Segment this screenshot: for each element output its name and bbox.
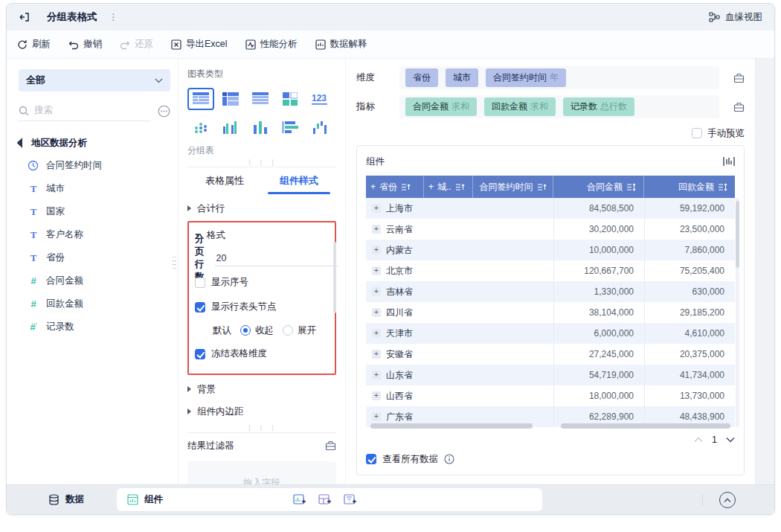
chart-type-waterfall-chart-icon[interactable] <box>306 116 333 138</box>
expand-plus-icon[interactable]: + <box>372 308 381 317</box>
cell-province[interactable]: +安徽省 <box>366 344 473 365</box>
expand-plus-icon[interactable]: + <box>372 371 381 379</box>
dimension-pill[interactable]: 城市 <box>446 68 478 87</box>
dataset-group[interactable]: 地区数据分析 <box>19 132 170 154</box>
manual-preview-checkbox[interactable]: 手动预览 <box>356 124 745 142</box>
show-index-checkbox[interactable]: 显示序号 <box>195 270 329 295</box>
horizontal-scrollbar[interactable] <box>561 423 730 429</box>
horizontal-scrollbar[interactable] <box>370 423 533 429</box>
col-contract[interactable]: 合同金额 <box>553 176 644 198</box>
chart-type-block-chart-icon[interactable] <box>277 88 303 110</box>
expand-plus-icon[interactable]: + <box>372 266 381 275</box>
title-more-icon[interactable]: ⋮ <box>109 12 119 22</box>
tab-table-properties[interactable]: 表格属性 <box>187 167 262 194</box>
field-item[interactable]: T国家 <box>19 200 170 223</box>
cell-province[interactable]: +吉林省 <box>366 281 473 302</box>
dimension-pill[interactable]: 合同签约时间年 <box>486 68 566 87</box>
vertical-scrollbar[interactable] <box>736 201 739 268</box>
field-item[interactable]: T省份 <box>19 246 170 269</box>
radio-expand[interactable]: 展开 <box>283 324 316 337</box>
chart-type-cross-table-icon[interactable] <box>217 88 244 110</box>
show-header-node-checkbox[interactable]: 显示行表头节点 <box>195 295 329 319</box>
freeze-dimension-checkbox[interactable]: 冻结表格维度 <box>195 342 329 366</box>
page-up-icon[interactable] <box>694 437 703 443</box>
expand-plus-icon[interactable]: + <box>372 287 381 296</box>
section-resize-handle[interactable]: ⋮ ⋮ ⋮ <box>187 160 336 165</box>
chart-type-group-table-icon[interactable] <box>187 88 214 110</box>
chart-type-kpi-card-icon[interactable]: 123 <box>306 88 333 110</box>
cell-province[interactable]: +内蒙古 <box>366 240 473 260</box>
dimension-tray[interactable]: 省份城市合同签约时间年 <box>399 66 719 89</box>
dimension-pill[interactable]: 省份 <box>405 68 438 87</box>
search-options-icon[interactable] <box>158 105 170 118</box>
briefcase-icon[interactable] <box>325 440 336 451</box>
add-filter-icon[interactable] <box>344 493 358 507</box>
page-rows-input[interactable] <box>215 251 338 266</box>
collapse-panel-button[interactable] <box>719 492 736 508</box>
cell-province[interactable]: +上海市 <box>366 198 473 219</box>
field-item[interactable]: T城市 <box>19 177 170 200</box>
section-resize-handle[interactable]: ⋮ ⋮ ⋮ <box>187 426 336 431</box>
chart-type-grouped-bar-icon[interactable] <box>217 116 244 138</box>
section-padding[interactable]: 组件内边距 <box>187 400 336 423</box>
toolbar-performance[interactable]: 性能分析 <box>245 38 298 51</box>
chart-type-hbar-chart-icon[interactable] <box>277 116 303 138</box>
measure-pill[interactable]: 记录数总行数 <box>563 97 634 116</box>
section-total-row[interactable]: 合计行 <box>187 197 336 219</box>
radio-collapse[interactable]: 收起 <box>240 324 274 337</box>
expand-plus-icon[interactable]: + <box>372 329 381 338</box>
toolbar-undo[interactable]: 撤销 <box>68 38 102 51</box>
expand-plus-icon[interactable]: + <box>372 225 381 234</box>
field-item[interactable]: #'记录数 <box>19 315 170 339</box>
cell-province[interactable]: +云南省 <box>366 219 473 240</box>
add-chart-icon[interactable] <box>293 493 307 507</box>
chart-type-column-chart-icon[interactable] <box>247 116 274 138</box>
cell-province[interactable]: +天津市 <box>366 323 473 344</box>
expand-plus-icon[interactable]: + <box>372 412 381 421</box>
table-row: +安徽省27,245,00020,375,000 <box>366 344 735 365</box>
col-province[interactable]: + 省份 <box>366 176 424 198</box>
expand-plus-icon[interactable]: + <box>372 246 381 254</box>
chart-type-grid: 123 <box>187 88 336 138</box>
lineage-view-button[interactable]: 血缘视图 <box>709 11 762 24</box>
measure-tray[interactable]: 合同金额求和回款金额求和记录数总行数 <box>399 95 719 118</box>
scope-select[interactable]: 全部 <box>19 69 170 92</box>
expand-plus-icon[interactable]: + <box>372 391 381 400</box>
section-background[interactable]: 背景 <box>187 378 336 400</box>
cell-province[interactable]: +山东省 <box>366 365 473 385</box>
cell-province[interactable]: +北京市 <box>366 260 473 281</box>
cell-province[interactable]: +山西省 <box>366 385 473 406</box>
chart-type-dot-cluster-icon[interactable] <box>187 116 214 138</box>
field-item[interactable]: #回款金额 <box>19 292 170 315</box>
briefcase-icon[interactable] <box>733 73 745 83</box>
scrollbar-thumb[interactable] <box>333 242 336 313</box>
add-table-icon[interactable] <box>318 493 332 507</box>
search-input[interactable]: 搜索 <box>19 100 150 121</box>
field-item[interactable]: #合同金额 <box>19 269 170 292</box>
field-item[interactable]: T客户名称 <box>19 223 170 246</box>
col-sign-time[interactable]: 合同签约时间 <box>473 176 553 198</box>
expand-plus-icon[interactable]: + <box>372 204 381 213</box>
briefcase-icon[interactable] <box>733 102 745 112</box>
page-down-icon[interactable] <box>726 437 735 443</box>
back-icon[interactable] <box>19 11 30 23</box>
toolbar-explain[interactable]: 数据解释 <box>315 38 367 51</box>
view-all-data-checkbox[interactable]: 查看所有数据 <box>366 449 735 469</box>
sidebar-resize-handle[interactable]: :::::: <box>172 257 176 268</box>
col-city[interactable]: + 城.. <box>424 176 473 198</box>
tab-component-style[interactable]: 组件样式 <box>262 167 336 194</box>
section-format[interactable]: 格式 <box>195 224 329 246</box>
toolbar-export-excel[interactable]: 导出Excel <box>171 38 228 51</box>
cell-province[interactable]: +四川省 <box>366 302 473 323</box>
measure-pill[interactable]: 回款金额求和 <box>484 97 556 116</box>
tab-data[interactable]: 数据 <box>48 485 84 514</box>
component-panel: 维度 省份城市合同签约时间年 指标 合同金额求和回款金额求和记录数总行数 手动预… <box>346 59 755 484</box>
axis-bars-icon[interactable] <box>723 156 735 167</box>
field-item[interactable]: 合同签约时间 <box>19 154 170 177</box>
col-payment[interactable]: 回款金额 <box>644 176 735 198</box>
expand-plus-icon[interactable]: + <box>372 350 381 359</box>
measure-pill[interactable]: 合同金额求和 <box>405 97 477 116</box>
toolbar-refresh[interactable]: 刷新 <box>17 38 51 51</box>
chart-type-detail-table-icon[interactable] <box>247 88 274 110</box>
info-icon[interactable] <box>444 454 454 464</box>
